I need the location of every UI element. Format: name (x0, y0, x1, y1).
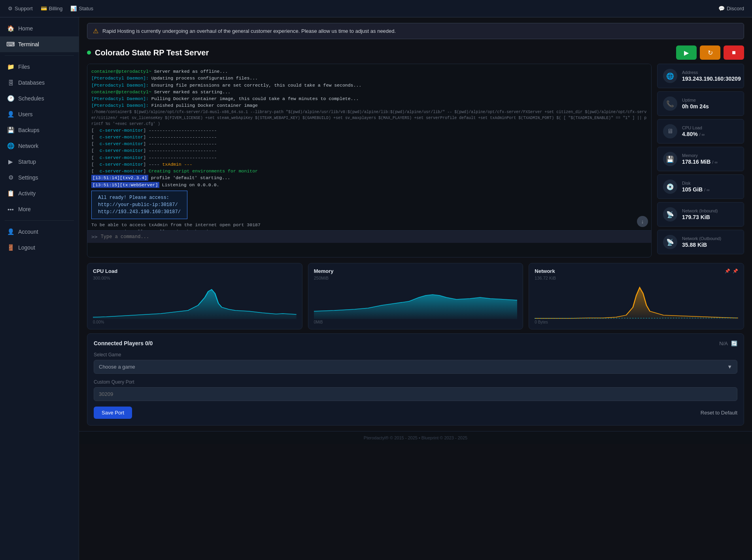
chart-pins: 📌 📌 (725, 269, 738, 274)
stat-uptime: 📞 Uptime 0h 0m 24s (657, 91, 744, 116)
sidebar-item-schedules[interactable]: 🕐 Schedules (0, 91, 79, 106)
stat-address: 🌐 Address 193.243.190.160:30209 (657, 64, 744, 88)
stats-panel: 🌐 Address 193.243.190.160:30209 📞 Uptime… (657, 64, 744, 257)
support-link[interactable]: ⚙ Support (8, 6, 33, 11)
console-input[interactable] (101, 234, 647, 240)
memory-icon: 💾 (663, 152, 677, 166)
start-button[interactable]: ▶ (676, 45, 697, 60)
sidebar-item-account[interactable]: 👤 Account (0, 224, 79, 240)
connected-right: N/A 🔄 (719, 341, 737, 346)
sidebar-item-files[interactable]: 📁 Files (0, 59, 79, 75)
svg-marker-0 (93, 289, 297, 319)
uptime-icon: 📞 (663, 96, 677, 111)
stop-button[interactable]: ■ (724, 45, 744, 60)
disk-icon: 💿 (663, 180, 677, 194)
support-icon: ⚙ (8, 6, 13, 11)
bottom-actions: Save Port Reset to Default (94, 407, 737, 419)
cpu-chart-title: CPU Load (93, 268, 297, 274)
backups-icon: 💾 (7, 127, 14, 134)
sidebar-item-users[interactable]: 👤 Users (0, 106, 79, 122)
status-dot (87, 51, 91, 55)
sidebar-item-settings[interactable]: ⚙ Settings (0, 170, 79, 185)
sidebar-item-backups[interactable]: 💾 Backups (0, 122, 79, 138)
files-icon: 📁 (7, 63, 14, 70)
charts-section: CPU Load 300.00% (87, 263, 744, 329)
network-inbound-icon: 📡 (663, 207, 677, 221)
server-controls: ▶ ↻ ■ (676, 45, 744, 60)
stat-cpu: 🖥 CPU Load 4.80% / ∞ (657, 119, 744, 144)
connected-players-row: Connected Players 0/0 N/A 🔄 (94, 340, 737, 346)
cpu-chart-area (93, 284, 297, 319)
logout-icon: 🚪 (7, 244, 14, 251)
stat-disk: 💿 Disk 105 GiB / ∞ (657, 174, 744, 199)
query-port-input[interactable] (94, 387, 737, 401)
topbar-links: ⚙ Support 💳 Billing 📊 Status (8, 6, 93, 11)
stat-network-outbound: 📡 Network (Outbound) 35.88 KiB (657, 230, 744, 254)
alert-banner: ⚠ Rapid Hosting is currently undergoing … (87, 23, 744, 39)
network-icon: 🌐 (7, 142, 14, 149)
chevron-down-icon: ▼ (727, 364, 732, 370)
sidebar-divider-2 (5, 220, 74, 221)
sidebar: 🏠 Home ⌨ Terminal 📁 Files 🗄 Databases 🕐 … (0, 17, 79, 560)
memory-chart-card: Memory 250MiB (308, 263, 523, 329)
schedules-icon: 🕐 (7, 95, 14, 102)
home-icon: 🏠 (7, 25, 14, 32)
server-title: Colorado State RP Test Server (87, 48, 209, 57)
billing-link[interactable]: 💳 Billing (41, 6, 63, 11)
sidebar-item-databases[interactable]: 🗄 Databases (0, 75, 79, 91)
memory-chart-area (314, 284, 518, 319)
game-select-dropdown[interactable]: Choose a game ▼ (94, 360, 737, 374)
restart-button[interactable]: ↻ (700, 45, 720, 60)
stat-network-inbound: 📡 Network (Inbound) 179.73 KiB (657, 202, 744, 227)
bottom-panel: Connected Players 0/0 N/A 🔄 Select Game … (87, 333, 744, 426)
network-chart-title: Network 📌 📌 (535, 268, 738, 274)
address-icon: 🌐 (663, 69, 677, 83)
billing-icon: 💳 (41, 6, 47, 11)
account-icon: 👤 (7, 228, 14, 235)
server-header: Colorado State RP Test Server ▶ ↻ ■ (87, 45, 744, 60)
stat-memory: 💾 Memory 178.16 MiB / ∞ (657, 147, 744, 171)
status-link[interactable]: 📊 Status (70, 6, 93, 11)
settings-icon: ⚙ (7, 174, 14, 181)
pin-icon-2[interactable]: 📌 (733, 269, 738, 274)
discord-icon: 💬 (718, 6, 725, 11)
sidebar-item-network[interactable]: 🌐 Network (0, 138, 79, 154)
console-prompt: >> (91, 234, 98, 240)
main-layout: 🏠 Home ⌨ Terminal 📁 Files 🗄 Databases 🕐 … (0, 17, 752, 560)
sidebar-item-more[interactable]: ••• More (0, 201, 79, 217)
save-port-button[interactable]: Save Port (94, 407, 132, 419)
refresh-icon[interactable]: 🔄 (731, 341, 737, 346)
users-icon: 👤 (7, 111, 14, 118)
console-panel: container@pterodactyl~ Server marked as … (87, 64, 652, 257)
status-icon: 📊 (70, 6, 77, 11)
sidebar-item-home[interactable]: 🏠 Home (0, 21, 79, 36)
topbar-right: 💬 Discord (718, 6, 744, 11)
alert-icon: ⚠ (93, 27, 98, 35)
svg-marker-2 (535, 288, 738, 319)
network-chart-card: Network 📌 📌 136.72 KiB (529, 263, 744, 329)
activity-icon: 📋 (7, 190, 14, 197)
sidebar-item-logout[interactable]: 🚪 Logout (0, 240, 79, 255)
console-output[interactable]: container@pterodactyl~ Server marked as … (87, 64, 651, 230)
network-chart-area (535, 284, 738, 319)
network-outbound-icon: 📡 (663, 235, 677, 249)
sidebar-divider-1 (5, 55, 74, 56)
more-icon: ••• (7, 206, 14, 213)
footer: Pterodactyl® © 2015 - 2025 • Blueprint ©… (79, 431, 752, 444)
scroll-to-bottom-button[interactable]: ↓ (637, 216, 648, 227)
memory-chart-title: Memory (314, 268, 518, 274)
discord-link[interactable]: 💬 Discord (718, 6, 744, 11)
reset-to-default-button[interactable]: Reset to Default (701, 410, 737, 416)
cpu-chart-card: CPU Load 300.00% (87, 263, 302, 329)
sidebar-item-startup[interactable]: ▶ Startup (0, 154, 79, 170)
console-input-row: >> (87, 230, 651, 243)
sidebar-item-terminal[interactable]: ⌨ Terminal (0, 36, 79, 52)
terminal-icon: ⌨ (7, 41, 14, 48)
databases-icon: 🗄 (7, 79, 14, 86)
cpu-icon: 🖥 (663, 124, 677, 138)
startup-icon: ▶ (7, 158, 14, 165)
content-area: container@pterodactyl~ Server marked as … (87, 64, 744, 257)
sidebar-item-activity[interactable]: 📋 Activity (0, 185, 79, 201)
main-content: ⚠ Rapid Hosting is currently undergoing … (79, 17, 752, 560)
pin-icon-1[interactable]: 📌 (725, 269, 730, 274)
